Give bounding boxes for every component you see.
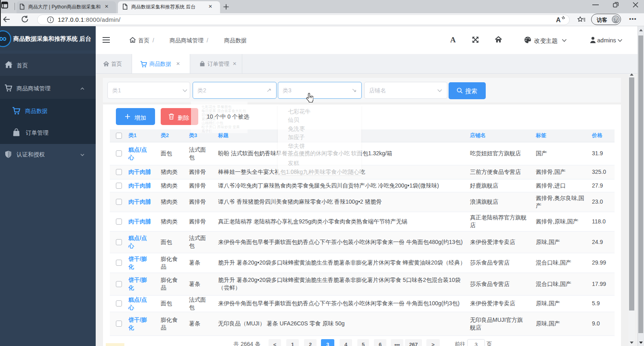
svg-text:A: A (556, 17, 561, 23)
svg-text:∞: ∞ (0, 32, 6, 44)
svg-text:?: ? (615, 17, 617, 22)
